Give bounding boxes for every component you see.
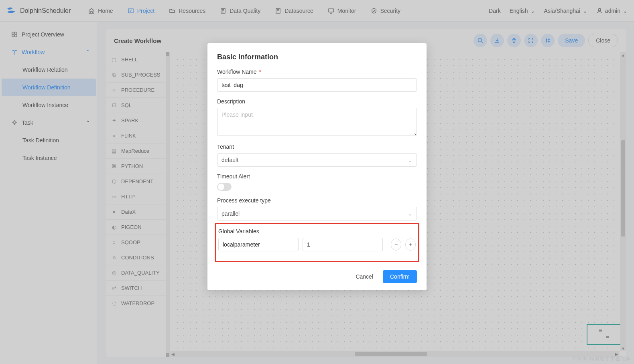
global-var-key-input[interactable]: [218, 238, 299, 251]
field-exec-type: Process execute type parallel⌄: [217, 197, 417, 220]
timeout-label: Timeout Alert: [217, 173, 417, 180]
minus-icon: −: [394, 241, 398, 248]
remove-var-button[interactable]: −: [391, 239, 401, 251]
field-workflow-name: Workflow Name *: [217, 69, 417, 92]
global-vars-label: Global Variables: [218, 228, 416, 235]
basic-info-modal: Basic Information Workflow Name * Descri…: [207, 43, 427, 290]
workflow-name-input[interactable]: [217, 78, 417, 92]
confirm-button[interactable]: Confirm: [383, 270, 417, 283]
global-vars-highlight: Global Variables − +: [215, 223, 419, 262]
modal-title: Basic Information: [217, 53, 417, 61]
plus-icon: +: [409, 241, 412, 248]
field-global-vars: Global Variables − +: [218, 228, 416, 251]
exec-type-select[interactable]: parallel⌄: [217, 207, 417, 220]
modal-footer: Cancel Confirm: [217, 270, 417, 283]
workflow-name-label: Workflow Name *: [217, 69, 417, 75]
exec-type-label: Process execute type: [217, 197, 417, 204]
add-var-button[interactable]: +: [405, 239, 416, 251]
chevron-down-icon: ⌄: [408, 157, 413, 163]
global-var-row: − +: [218, 238, 416, 251]
chevron-down-icon: ⌄: [408, 210, 413, 217]
timeout-switch[interactable]: [217, 183, 232, 191]
tenant-select[interactable]: default⌄: [217, 153, 417, 167]
cancel-button[interactable]: Cancel: [352, 270, 377, 283]
field-timeout: Timeout Alert: [217, 173, 417, 191]
description-label: Description: [217, 98, 417, 105]
field-tenant: Tenant default⌄: [217, 144, 417, 167]
watermark: CSDN @勇敢牛牛在飞奔: [573, 355, 631, 362]
field-description: Description: [217, 98, 417, 137]
global-var-value-input[interactable]: [303, 238, 383, 251]
tenant-label: Tenant: [217, 144, 417, 150]
description-input[interactable]: [217, 108, 417, 136]
modal-overlay[interactable]: Basic Information Workflow Name * Descri…: [0, 0, 634, 364]
